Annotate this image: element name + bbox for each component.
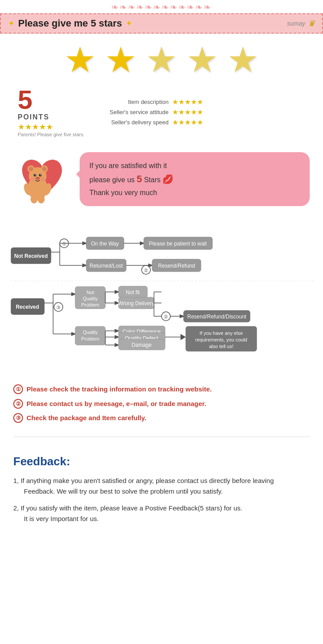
- instruction-3: ③ Check the package and Item carefully.: [13, 413, 310, 423]
- satisfaction-section: If you are satisfied with itplease give …: [0, 146, 323, 217]
- feedback-item-2-indent: It is very Important for us.: [24, 514, 310, 524]
- instruction-1-num: ①: [13, 384, 23, 394]
- points-subtitle: Parents! Please give five stars.: [18, 132, 85, 137]
- svg-text:②: ②: [144, 268, 148, 273]
- points-stars: ★★★★★: [18, 122, 53, 132]
- instruction-1: ① Please check the tracking information …: [13, 384, 310, 395]
- instruction-2-text: Please contact us by meesage, e–mail, or…: [27, 399, 206, 409]
- flowchart-section: Not Received ① On the Way Please be pati…: [0, 217, 323, 377]
- svg-text:②: ②: [164, 314, 168, 319]
- svg-text:③: ③: [56, 305, 61, 310]
- instruction-2-num: ②: [13, 399, 23, 409]
- stars-section: ★ ★ ★ ★ ★: [0, 34, 323, 82]
- feedback-section: Feedback: 1, If anything make you aren't…: [0, 441, 323, 539]
- header-banner: ✦ Please give me 5 stars ✦ sumay ♛: [0, 13, 323, 34]
- row-label-3: Seller's delivery speed: [98, 119, 169, 126]
- row-label-1: Item description: [98, 99, 169, 105]
- star-2: ★: [105, 42, 137, 78]
- svg-text:Quality: Quality: [83, 330, 98, 335]
- points-row-2: Seller's service attitude ★★★★★: [98, 108, 203, 116]
- instruction-1-text: Please check the tracking information on…: [27, 384, 211, 395]
- svg-point-9: [40, 174, 41, 175]
- svg-text:Not Received: Not Received: [14, 253, 48, 259]
- svg-text:On the Way: On the Way: [91, 241, 119, 247]
- points-rows: Item description ★★★★★ Seller's service …: [98, 98, 203, 126]
- points-number: 5: [18, 87, 32, 113]
- star-5: ★: [227, 42, 259, 78]
- feedback-title: Feedback:: [13, 455, 310, 468]
- instructions-section: ① Please check the tracking information …: [0, 377, 323, 432]
- decorative-top: ❧❧❧❧❧❧❧❧❧❧❧❧: [0, 0, 323, 13]
- svg-point-6: [34, 174, 36, 176]
- instruction-2: ② Please contact us by meesage, e–mail, …: [13, 399, 310, 409]
- row-stars-3: ★★★★★: [172, 118, 203, 126]
- row-stars-1: ★★★★★: [172, 98, 203, 106]
- star-4: ★: [186, 42, 218, 78]
- svg-text:Problem: Problem: [81, 302, 100, 307]
- instruction-3-num: ③: [13, 413, 23, 423]
- svg-text:Not fit: Not fit: [126, 289, 140, 295]
- points-row-3: Seller's delivery speed ★★★★★: [98, 118, 203, 126]
- svg-text:Resend/Refund: Resend/Refund: [158, 263, 195, 269]
- feedback-item-1-indent: Feedback. We will try our best to solve …: [24, 486, 310, 497]
- svg-marker-77: [181, 334, 186, 340]
- svg-point-11: [31, 177, 35, 181]
- svg-text:Not: Not: [86, 290, 94, 295]
- svg-point-4: [29, 167, 33, 171]
- mascot: [13, 150, 71, 208]
- svg-point-15: [31, 195, 38, 203]
- feedback-item-1-num: 1,: [13, 477, 21, 484]
- star-left-icon: ✦: [8, 19, 15, 28]
- divider: [13, 437, 310, 437]
- points-label: POINTS: [18, 113, 50, 121]
- svg-point-8: [35, 174, 36, 175]
- svg-text:Please be patient to wait: Please be patient to wait: [149, 241, 207, 247]
- svg-text:Returned/Lost: Returned/Lost: [89, 263, 123, 269]
- svg-point-12: [40, 177, 45, 181]
- svg-text:Quality: Quality: [83, 296, 98, 301]
- star-1: ★: [64, 42, 96, 78]
- svg-text:requirements, you could: requirements, you could: [195, 337, 247, 342]
- svg-text:Damage: Damage: [131, 342, 152, 348]
- row-label-2: Seller's service attitude: [98, 109, 169, 115]
- points-row-1: Item description ★★★★★: [98, 98, 203, 106]
- svg-text:If you have any else: If you have any else: [200, 330, 243, 336]
- instruction-3-text: Check the package and Item carefully.: [27, 413, 146, 423]
- star-3: ★: [146, 42, 177, 78]
- svg-text:Wrong Delivery: Wrong Delivery: [118, 300, 154, 307]
- brand-name: sumay: [287, 20, 305, 27]
- svg-text:Resend/Refund/Discount: Resend/Refund/Discount: [187, 314, 246, 320]
- feedback-item-2: 2, If you satisfy with the item, please …: [13, 503, 310, 524]
- feedback-item-1-main: If anything make you aren't satisfied or…: [21, 477, 274, 484]
- row-stars-2: ★★★★★: [172, 108, 203, 116]
- star-right-icon: ✦: [126, 19, 132, 28]
- svg-text:also tell us!: also tell us!: [209, 344, 233, 349]
- svg-point-5: [42, 167, 46, 171]
- speech-bubble: If you are satisfied with itplease give …: [80, 152, 310, 206]
- svg-text:①: ①: [62, 241, 66, 246]
- points-section: 5 POINTS ★★★★★ Parents! Please give five…: [0, 82, 323, 146]
- crown-icon: ♛: [308, 19, 315, 28]
- svg-text:Problem: Problem: [81, 336, 100, 341]
- svg-point-16: [38, 195, 45, 203]
- header-title: Please give me 5 stars: [18, 18, 122, 29]
- svg-point-7: [39, 174, 42, 176]
- feedback-item-2-main: If you satisfy with the item, please lea…: [21, 504, 242, 512]
- feedback-item-1: 1, If anything make you aren't satisfied…: [13, 475, 310, 497]
- feedback-item-2-num: 2,: [13, 504, 21, 512]
- svg-text:Received: Received: [16, 304, 39, 310]
- svg-point-10: [35, 177, 40, 180]
- flowchart-svg: Not Received ① On the Way Please be pati…: [9, 221, 314, 372]
